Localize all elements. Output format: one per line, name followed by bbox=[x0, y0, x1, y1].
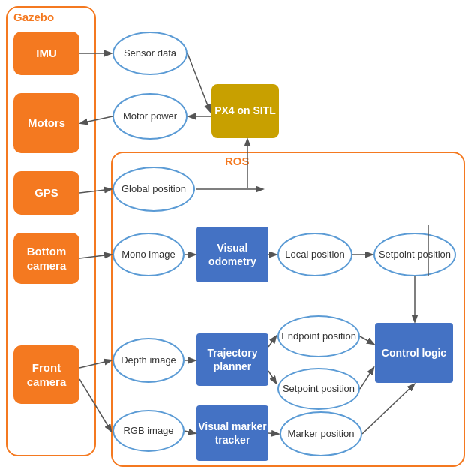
mono-image-ellipse: Mono image bbox=[112, 233, 184, 276]
bottom-camera-box: Bottom camera bbox=[14, 233, 80, 284]
control-logic-box: Control logic bbox=[375, 323, 453, 383]
rgb-image-ellipse: RGB image bbox=[112, 410, 184, 452]
setpoint-position-traj-ellipse: Setpoint position bbox=[278, 368, 360, 410]
trajectory-planner-box: Trajectory planner bbox=[196, 333, 268, 386]
visual-marker-tracker-box: Visual marker tracker bbox=[196, 405, 268, 461]
setpoint-position-top-ellipse: Setpoint position bbox=[374, 233, 456, 276]
endpoint-position-ellipse: Endpoint position bbox=[278, 315, 360, 357]
gps-box: GPS bbox=[14, 171, 80, 215]
marker-position-ellipse: Marker position bbox=[280, 411, 362, 456]
depth-image-ellipse: Depth image bbox=[112, 338, 184, 383]
imu-box: IMU bbox=[14, 32, 80, 75]
global-position-ellipse: Global position bbox=[112, 167, 195, 212]
front-camera-box: Front camera bbox=[14, 345, 80, 404]
svg-line-1 bbox=[188, 53, 210, 111]
local-position-ellipse: Local position bbox=[278, 233, 352, 276]
visual-odometry-box: Visual odometry bbox=[196, 227, 268, 282]
motor-power-ellipse: Motor power bbox=[112, 93, 188, 140]
ros-label: ROS bbox=[225, 155, 250, 167]
px4-box: PX4 on SITL bbox=[212, 84, 279, 138]
sensor-data-ellipse: Sensor data bbox=[112, 32, 188, 75]
diagram: Gazebo ROS IMU Motors GPS Bottom camera … bbox=[0, 0, 474, 476]
gazebo-label: Gazebo bbox=[14, 11, 54, 23]
motors-box: Motors bbox=[14, 93, 80, 153]
